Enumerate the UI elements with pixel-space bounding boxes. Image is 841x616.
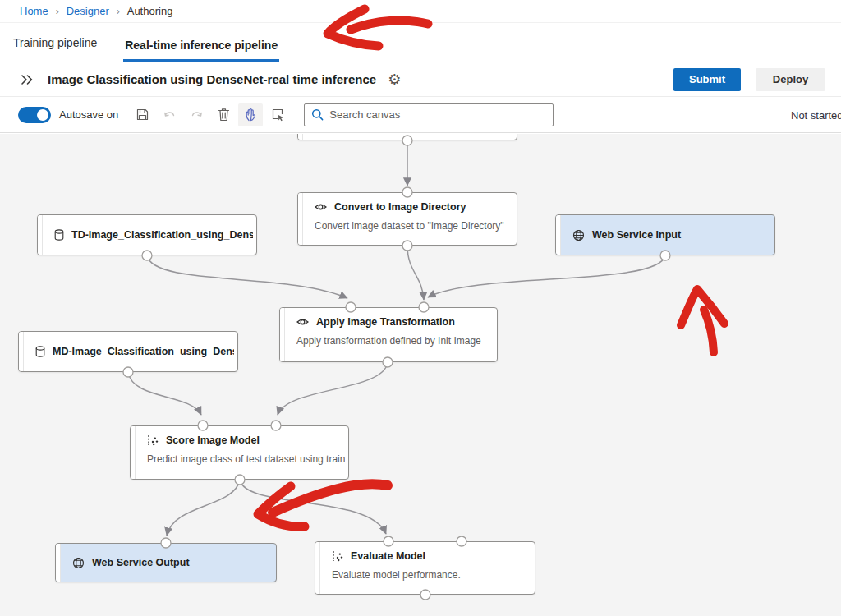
- tab-realtime-inference-pipeline[interactable]: Real-time inference pipeline: [123, 39, 279, 62]
- gear-icon[interactable]: ⚙: [388, 72, 401, 87]
- double-chevron-right-icon[interactable]: [18, 71, 36, 89]
- node-subtitle: Apply transformation defined by Init Ima…: [296, 335, 485, 347]
- node-evaluate-model[interactable]: Evaluate Model Evaluate model performanc…: [315, 541, 535, 595]
- select-tool-icon[interactable]: [265, 103, 290, 126]
- scatter-chart-icon: [147, 434, 159, 446]
- node-title: Score Image Model: [166, 434, 260, 446]
- edge: [128, 372, 201, 415]
- search-icon: [311, 108, 324, 121]
- edge: [428, 255, 665, 297]
- database-icon: [54, 229, 64, 241]
- node-title: Web Service Input: [592, 229, 681, 241]
- edge: [278, 362, 388, 415]
- eye-icon: [296, 317, 309, 327]
- pipeline-tabbar: Training pipeline Real-time inference pi…: [0, 23, 841, 62]
- edge: [147, 255, 347, 298]
- node-td-dataset[interactable]: TD-Image_Classification_using_DenseNet..…: [37, 214, 257, 255]
- globe-icon: [572, 229, 585, 241]
- eye-icon: [315, 202, 327, 212]
- search-canvas-box: [304, 103, 554, 126]
- node-title: Apply Image Transformation: [316, 316, 455, 328]
- node-web-service-input[interactable]: Web Service Input: [555, 214, 775, 255]
- edge: [407, 246, 424, 300]
- edge: [167, 480, 240, 536]
- hand-pan-icon[interactable]: [238, 103, 263, 126]
- redo-icon[interactable]: [184, 103, 209, 126]
- autosave-toggle[interactable]: [18, 107, 51, 123]
- undo-icon[interactable]: [157, 103, 182, 126]
- submit-button[interactable]: Submit: [673, 68, 741, 91]
- chevron-right-icon: ›: [117, 6, 120, 16]
- breadcrumb-home[interactable]: Home: [20, 5, 48, 17]
- node-web-service-output[interactable]: Web Service Output: [55, 543, 277, 582]
- database-icon: [35, 346, 45, 357]
- node-subtitle: Convert image dataset to "Image Director…: [315, 220, 505, 232]
- chevron-right-icon: ›: [56, 6, 59, 16]
- node-subtitle: Predict image class of test dataset usin…: [147, 453, 337, 465]
- deploy-button[interactable]: Deploy: [756, 68, 825, 91]
- node-title: MD-Image_Classification_using_DenseNe...: [53, 346, 234, 357]
- trash-icon[interactable]: [211, 103, 236, 126]
- node-md-dataset[interactable]: MD-Image_Classification_using_DenseNe...: [18, 331, 238, 372]
- node-partial-top[interactable]: [297, 134, 517, 140]
- canvas-toolbar: Autosave on Not started: [0, 97, 841, 133]
- save-icon[interactable]: [130, 103, 154, 126]
- pipeline-canvas[interactable]: Convert to Image Directory Convert image…: [0, 134, 841, 616]
- node-score-image-model[interactable]: Score Image Model Predict image class of…: [130, 425, 349, 480]
- breadcrumb-authoring: Authoring: [127, 5, 173, 17]
- node-apply-image-transformation[interactable]: Apply Image Transformation Apply transfo…: [279, 307, 498, 362]
- edge: [240, 480, 386, 534]
- search-canvas-input[interactable]: [329, 108, 546, 121]
- tab-training-pipeline[interactable]: Training pipeline: [11, 36, 99, 62]
- page-title: Image Classification using DenseNet-real…: [48, 72, 376, 86]
- node-subtitle: Evaluate model performance.: [332, 569, 523, 581]
- breadcrumb-designer[interactable]: Designer: [67, 5, 109, 17]
- globe-icon: [72, 557, 85, 569]
- node-title: TD-Image_Classification_using_DenseNet..…: [71, 229, 253, 241]
- node-title: Evaluate Model: [351, 550, 425, 562]
- node-title: Convert to Image Directory: [334, 201, 466, 213]
- node-convert-to-image-directory[interactable]: Convert to Image Directory Convert image…: [297, 192, 517, 246]
- autosave-label: Autosave on: [59, 108, 118, 121]
- pipeline-header: Image Classification using DenseNet-real…: [0, 62, 841, 97]
- run-status-text: Not started: [791, 97, 841, 133]
- breadcrumb: Home › Designer › Authoring: [0, 0, 841, 23]
- node-title: Web Service Output: [92, 557, 190, 568]
- scatter-chart-icon: [332, 550, 343, 562]
